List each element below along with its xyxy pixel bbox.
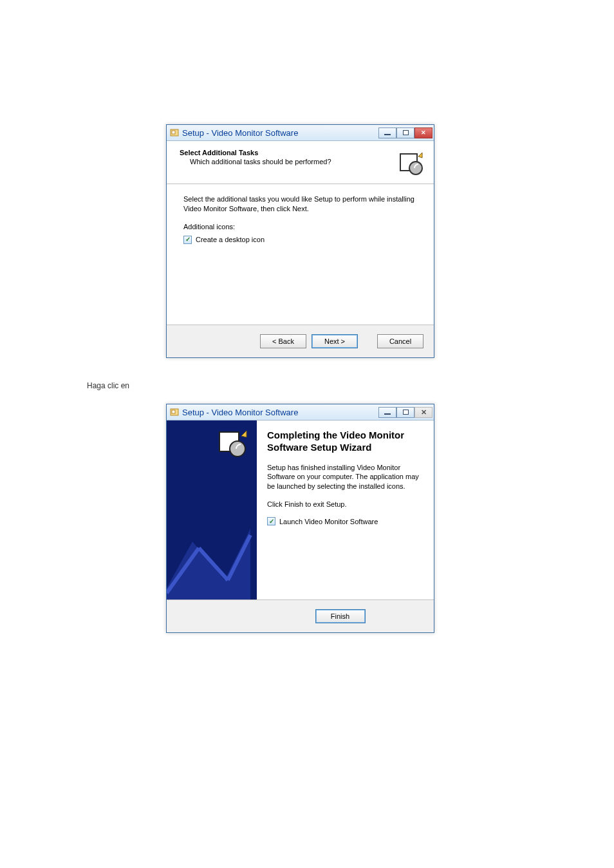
- page-caption: Haga clic en: [87, 381, 129, 390]
- maximize-button[interactable]: [396, 127, 414, 138]
- group-label-additional-icons: Additional icons:: [183, 223, 417, 231]
- app-icon: [169, 407, 180, 417]
- minimize-icon: [384, 134, 391, 135]
- minimize-icon: [384, 413, 391, 415]
- completing-heading: Completing the Video Monitor Software Se…: [267, 429, 422, 454]
- checkmark-icon: ✓: [269, 518, 274, 525]
- finish-button[interactable]: Finish: [315, 609, 366, 623]
- setup-dialog-completing: Setup - Video Monitor Software ✕ Co: [166, 404, 434, 633]
- maximize-icon: [403, 130, 409, 135]
- wizard-body: Completing the Video Monitor Software Se…: [167, 420, 434, 599]
- window-controls: ✕: [378, 407, 433, 418]
- wizard-header-icon: [396, 149, 425, 177]
- maximize-icon: [403, 410, 409, 415]
- wizard-footer: Finish: [167, 599, 434, 632]
- wizard-side-icon: [217, 428, 248, 459]
- wizard-side-panel: [167, 420, 257, 599]
- window-controls: ✕: [378, 127, 433, 138]
- next-button[interactable]: Next >: [312, 334, 358, 348]
- cancel-button[interactable]: Cancel: [377, 334, 423, 348]
- svg-point-7: [230, 441, 245, 457]
- checkbox-label-create-desktop-icon[interactable]: Create a desktop icon: [196, 236, 265, 243]
- checkbox-label-launch-software[interactable]: Launch Video Monitor Software: [279, 518, 378, 525]
- minimize-button[interactable]: [378, 127, 396, 138]
- wizard-footer: < Back Next > Cancel: [167, 325, 434, 357]
- window-title: Setup - Video Monitor Software: [182, 408, 378, 417]
- svg-rect-1: [172, 131, 175, 134]
- close-icon: ✕: [421, 408, 427, 417]
- decorative-shape: [167, 503, 257, 599]
- close-button[interactable]: ✕: [414, 407, 433, 418]
- app-icon: [169, 127, 180, 138]
- titlebar[interactable]: Setup - Video Monitor Software ✕: [167, 125, 434, 141]
- back-button[interactable]: < Back: [260, 334, 306, 348]
- close-icon: ✕: [421, 129, 426, 136]
- completing-paragraph: Setup has finished installing Video Moni…: [267, 463, 422, 492]
- wizard-header-subtitle: Which additional tasks should be perform…: [190, 158, 396, 165]
- exit-instruction: Click Finish to exit Setup.: [267, 500, 422, 508]
- checkbox-launch-software[interactable]: ✓: [267, 517, 275, 525]
- wizard-body: Select the additional tasks you would li…: [167, 184, 434, 325]
- svg-point-3: [409, 162, 422, 175]
- checkmark-icon: ✓: [185, 236, 191, 243]
- checkbox-create-desktop-icon[interactable]: ✓: [183, 236, 192, 244]
- wizard-header-title: Select Additional Tasks: [180, 149, 396, 156]
- maximize-button[interactable]: [396, 407, 414, 418]
- titlebar[interactable]: Setup - Video Monitor Software ✕: [167, 404, 434, 420]
- close-button[interactable]: ✕: [414, 127, 433, 138]
- wizard-header: Select Additional Tasks Which additional…: [167, 141, 434, 184]
- wizard-content: Completing the Video Monitor Software Se…: [257, 420, 434, 599]
- setup-dialog-additional-tasks: Setup - Video Monitor Software ✕ Select …: [166, 124, 434, 358]
- svg-rect-5: [172, 410, 175, 413]
- window-title: Setup - Video Monitor Software: [182, 128, 378, 138]
- instruction-text: Select the additional tasks you would li…: [183, 194, 417, 214]
- minimize-button[interactable]: [378, 407, 396, 418]
